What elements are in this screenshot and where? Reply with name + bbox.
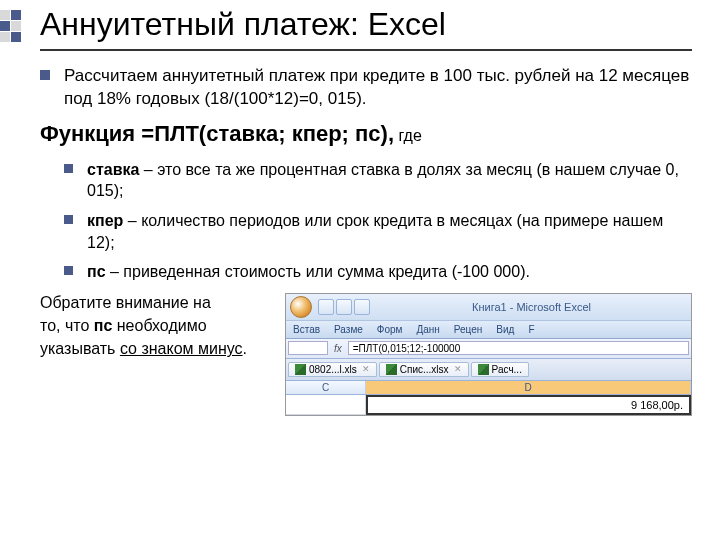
formula-bar: fx =ПЛТ(0,015;12;-100000	[286, 339, 691, 359]
active-cell[interactable]: 9 168,00р.	[366, 395, 691, 415]
qat-redo-icon[interactable]	[354, 299, 370, 315]
function-tail: где	[394, 127, 422, 144]
param-bullet: ставка – это все та же процентная ставка…	[64, 159, 692, 202]
excel-file-icon	[295, 364, 306, 375]
param-bullet: кпер – количество периодов или срок кред…	[64, 210, 692, 253]
column-headers: C D	[286, 381, 691, 395]
cell[interactable]	[286, 395, 366, 415]
ribbon-tabs: Встав Разме Форм Данн Рецен Вид F	[286, 320, 691, 339]
intro-text: Рассчитаем аннуитетный платеж при кредит…	[64, 65, 692, 111]
function-main: Функция =ПЛТ(ставка; кпер; пс),	[40, 121, 394, 146]
ribbon-tab[interactable]: Вид	[489, 321, 521, 338]
excel-titlebar: Книга1 - Microsoft Excel	[286, 294, 691, 320]
function-heading: Функция =ПЛТ(ставка; кпер; пс), где	[40, 121, 692, 147]
window-title: Книга1 - Microsoft Excel	[376, 301, 687, 313]
param-text: пс – приведенная стоимость или сумма кре…	[87, 261, 530, 283]
bullet-icon	[40, 70, 50, 80]
qat-save-icon[interactable]	[318, 299, 334, 315]
param-text: кпер – количество периодов или срок кред…	[87, 210, 692, 253]
fx-icon[interactable]: fx	[330, 343, 346, 354]
slide-title: Аннуитетный платеж: Excel	[40, 6, 692, 51]
col-header[interactable]: C	[286, 381, 366, 394]
ribbon-tab[interactable]: Встав	[286, 321, 327, 338]
workbook-tab[interactable]: Расч...	[471, 362, 529, 377]
excel-file-icon	[478, 364, 489, 375]
ribbon-tab[interactable]: F	[521, 321, 541, 338]
bullet-icon	[64, 215, 73, 224]
name-box[interactable]	[288, 341, 328, 355]
ribbon-tab[interactable]: Разме	[327, 321, 370, 338]
bullet-icon	[64, 164, 73, 173]
workbook-tab[interactable]: Спис...xlsx✕	[379, 362, 469, 377]
close-icon[interactable]: ✕	[362, 364, 370, 374]
excel-file-icon	[386, 364, 397, 375]
param-bullet: пс – приведенная стоимость или сумма кре…	[64, 261, 692, 283]
bullet-icon	[64, 266, 73, 275]
note-block: Обратите внимание на то, что пс необходи…	[40, 291, 275, 361]
intro-bullet: Рассчитаем аннуитетный платеж при кредит…	[40, 65, 692, 111]
qat-undo-icon[interactable]	[336, 299, 352, 315]
col-header-selected[interactable]: D	[366, 381, 691, 394]
quick-access-toolbar	[318, 299, 370, 315]
ribbon-tab[interactable]: Рецен	[447, 321, 490, 338]
ribbon-tab[interactable]: Форм	[370, 321, 410, 338]
close-icon[interactable]: ✕	[454, 364, 462, 374]
param-text: ставка – это все та же процентная ставка…	[87, 159, 692, 202]
workbook-tabs: 0802...l.xls✕ Спис...xlsx✕ Расч...	[286, 359, 691, 381]
slide-decoration	[0, 10, 22, 54]
workbook-tab[interactable]: 0802...l.xls✕	[288, 362, 377, 377]
office-button-icon[interactable]	[290, 296, 312, 318]
ribbon-tab[interactable]: Данн	[409, 321, 446, 338]
excel-screenshot: Книга1 - Microsoft Excel Встав Разме Фор…	[285, 293, 692, 416]
sheet-row: 9 168,00р.	[286, 395, 691, 415]
formula-input[interactable]: =ПЛТ(0,015;12;-100000	[348, 341, 689, 355]
